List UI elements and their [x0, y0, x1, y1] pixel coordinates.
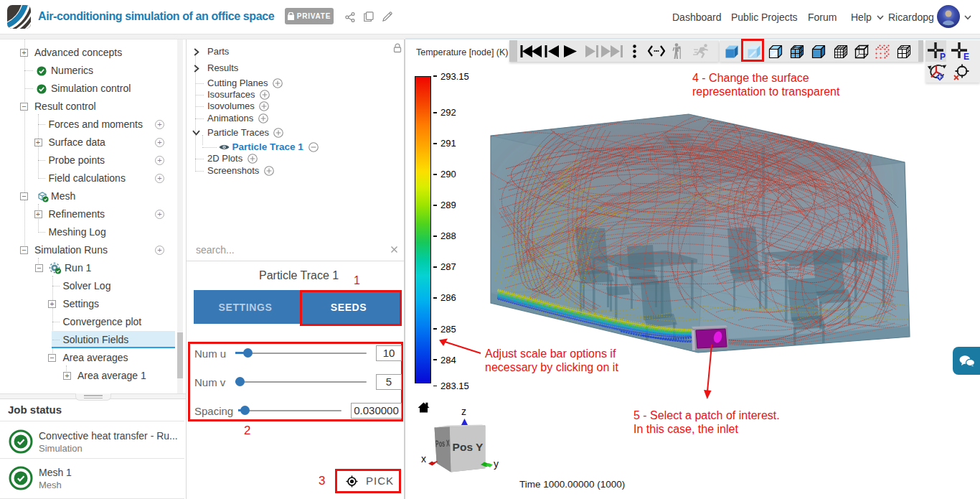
svg-text:P: P	[940, 52, 946, 61]
svg-text:y: y	[494, 458, 499, 470]
svg-text:Pos Y: Pos Y	[453, 441, 484, 453]
svg-text:x: x	[421, 453, 426, 465]
svg-text:z: z	[461, 406, 466, 417]
svg-text:Pos X: Pos X	[435, 438, 451, 449]
svg-text:E: E	[963, 52, 969, 61]
